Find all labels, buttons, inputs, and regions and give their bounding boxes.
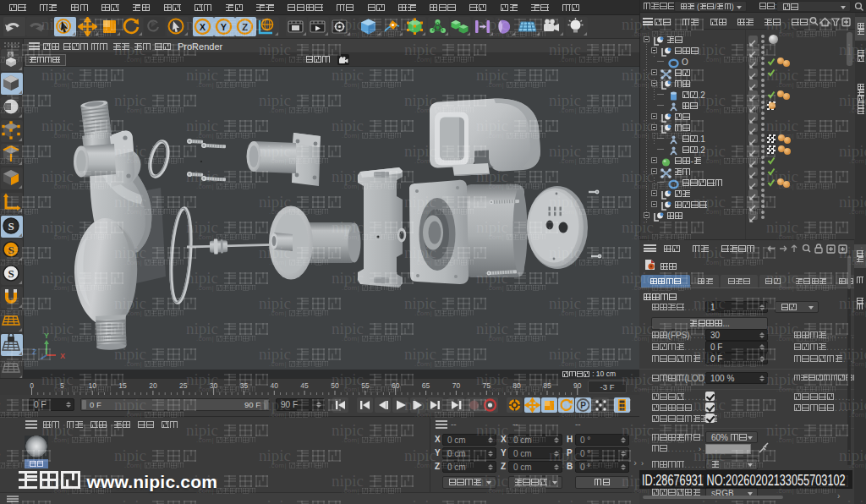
svg-text:65: 65 <box>422 381 430 390</box>
svg-text:85: 85 <box>543 381 551 390</box>
svg-text:X: X <box>60 352 65 360</box>
svg-text:75: 75 <box>482 381 491 390</box>
svg-text:S: S <box>8 267 14 280</box>
svg-text:5: 5 <box>60 381 64 390</box>
svg-text:P: P <box>580 401 586 410</box>
svg-text:55: 55 <box>361 381 370 390</box>
svg-text:35: 35 <box>240 381 249 390</box>
svg-text:Z: Z <box>32 348 37 356</box>
svg-text:15: 15 <box>118 381 127 390</box>
svg-text:80: 80 <box>512 381 521 390</box>
svg-text:S: S <box>8 220 14 233</box>
svg-text:50: 50 <box>331 381 339 390</box>
svg-text:X: X <box>200 22 206 32</box>
svg-text:40: 40 <box>271 381 279 390</box>
svg-text:S: S <box>8 244 14 256</box>
svg-text:25: 25 <box>179 381 188 390</box>
svg-text:70: 70 <box>452 381 461 390</box>
svg-text:Y: Y <box>44 331 49 340</box>
svg-text:Y: Y <box>221 22 227 32</box>
svg-text:Z: Z <box>242 22 248 32</box>
svg-text:45: 45 <box>300 381 309 390</box>
svg-text:20: 20 <box>149 381 157 390</box>
svg-text:10: 10 <box>88 381 96 390</box>
